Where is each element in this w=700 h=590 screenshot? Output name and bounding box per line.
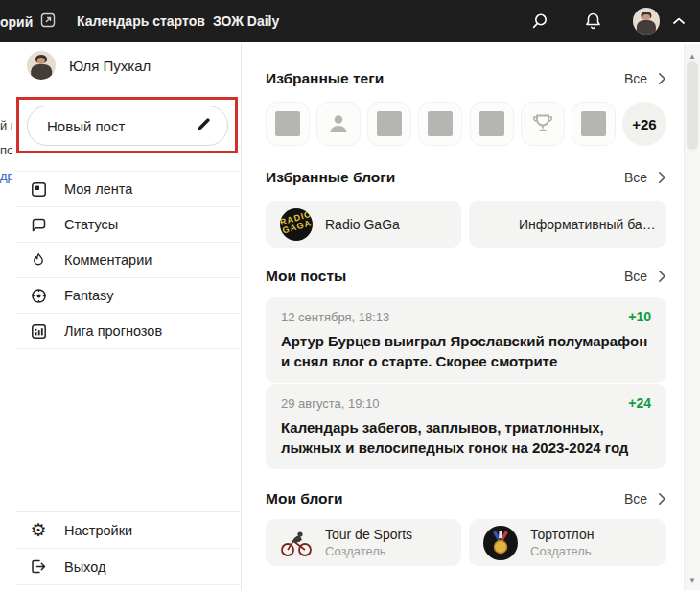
tag-tile[interactable]: [572, 102, 616, 146]
page-edge-fragment-link: др: [0, 169, 12, 183]
feed-icon: [30, 180, 47, 198]
post-card[interactable]: 12 сентября, 18:13 +10 Артур Бурцев выиг…: [266, 297, 666, 383]
trophy-icon: [530, 111, 555, 136]
page-edge-fragment: й п: [0, 118, 12, 132]
section-title: Мои посты: [266, 268, 346, 285]
blog-card-tour-de-sports[interactable]: Tour de Sports Создатель: [266, 519, 461, 566]
radio-gaga-logo: RADIOGAGA: [280, 208, 313, 241]
logout-icon: [30, 558, 47, 576]
new-post-button[interactable]: Новый пост: [27, 106, 228, 146]
sidebar-user-avatar[interactable]: [27, 51, 56, 80]
all-link-label: Все: [624, 269, 647, 284]
pencil-icon: [196, 116, 212, 135]
topbar-nav-zozh-daily[interactable]: ЗОЖ Daily: [213, 13, 279, 29]
bar-chart-icon: [30, 322, 47, 340]
blog-card-radio-gaga[interactable]: RADIOGAGA Radio GaGa: [266, 201, 461, 248]
sidebar-item-label: Лига прогнозов: [64, 323, 162, 339]
sidebar-item-label: Моя лента: [64, 181, 132, 197]
favorite-tags-row: +26: [266, 102, 666, 147]
blog-name: Tour de Sports: [325, 527, 412, 542]
tags-more-count[interactable]: +26: [622, 102, 666, 146]
tag-tile[interactable]: [470, 102, 514, 146]
sidebar-item-prediction-league[interactable]: Лига прогнозов: [16, 314, 240, 349]
sidebar-item-label: Комментарии: [64, 252, 152, 268]
topbar-nav-partial-label: орий: [0, 14, 33, 30]
sidebar-item-label: Настройки: [64, 523, 132, 538]
chevron-right-icon: [658, 171, 666, 184]
sidebar-item-label: Fantasy: [64, 288, 114, 303]
sidebar-item-label: Статусы: [64, 217, 118, 232]
bicycle-icon: [280, 529, 313, 557]
scrollbar-thumb[interactable]: [687, 61, 698, 150]
all-link-favorite-blogs[interactable]: Все: [624, 170, 666, 185]
sidebar-item-fantasy[interactable]: Fantasy: [16, 278, 240, 314]
post-score: +10: [628, 309, 651, 324]
section-header-favorite-tags: Избранные теги Все: [266, 67, 666, 90]
tag-tile[interactable]: [521, 102, 565, 146]
chevron-up-icon[interactable]: [665, 8, 692, 35]
speech-bubble-icon: [30, 216, 47, 233]
all-link-my-blogs[interactable]: Все: [624, 491, 666, 507]
search-icon[interactable]: [526, 8, 553, 35]
blog-role: Создатель: [530, 544, 594, 558]
favorite-blogs-row: RADIOGAGA Radio GaGa Информативный бадми…: [266, 201, 666, 248]
chevron-right-icon: [658, 492, 666, 506]
top-bar: орий Календарь стартов ЗОЖ Daily: [0, 0, 700, 42]
all-link-my-posts[interactable]: Все: [624, 269, 666, 284]
blog-role: Создатель: [325, 544, 412, 558]
topbar-user-avatar[interactable]: [633, 8, 660, 35]
user-name[interactable]: Юля Пухкал: [69, 58, 151, 74]
blog-name: Тортотлон: [530, 527, 594, 542]
tag-placeholder-square: [479, 111, 504, 136]
post-score: +24: [628, 395, 651, 411]
external-link-icon: [40, 12, 56, 31]
avatar: [633, 8, 660, 35]
tag-placeholder-square: [428, 111, 453, 136]
all-link-label: Все: [624, 71, 647, 86]
sidebar-item-comments[interactable]: Комментарии: [16, 243, 240, 278]
section-header-my-blogs: Мои блоги Все: [266, 487, 666, 510]
chevron-right-icon: [658, 270, 666, 283]
profile-sidebar: Юля Пухкал Новый пост Моя лента Статусы …: [12, 44, 242, 590]
sidebar-item-settings[interactable]: ⚙ Настройки: [16, 512, 240, 549]
blog-name: Radio GaGa: [325, 217, 400, 232]
post-date: 29 августа, 19:10: [281, 396, 380, 411]
medal-icon: [483, 526, 518, 560]
all-link-favorite-tags[interactable]: Все: [624, 71, 666, 86]
tag-tile[interactable]: [316, 102, 361, 146]
blog-card-badminton[interactable]: Информативный бадминт…: [469, 201, 666, 248]
ball-icon: [30, 287, 47, 304]
tag-placeholder-square: [581, 111, 606, 136]
all-link-label: Все: [624, 491, 647, 507]
gear-icon: ⚙: [30, 522, 47, 539]
my-blogs-row: Tour de Sports Создатель Тортотлон Созда…: [266, 519, 666, 566]
all-link-label: Все: [624, 170, 647, 185]
blog-card-tortotlon[interactable]: Тортотлон Создатель: [469, 519, 666, 566]
tag-tile[interactable]: [418, 102, 462, 146]
post-card[interactable]: 29 августа, 19:10 +24 Календарь забегов,…: [266, 384, 666, 469]
sidebar-item-logout[interactable]: Выход: [16, 549, 240, 585]
topbar-nav-partial[interactable]: орий: [0, 12, 56, 31]
chevron-right-icon: [658, 72, 666, 85]
bell-icon[interactable]: [579, 8, 606, 35]
tag-placeholder-square: [377, 111, 402, 136]
tag-placeholder-square: [275, 111, 300, 136]
scroll-down-arrow[interactable]: ▼: [685, 573, 700, 588]
post-title: Календарь забегов, заплывов, триатлонных…: [281, 417, 651, 458]
sidebar-bottom-menu: ⚙ Настройки Выход: [16, 511, 240, 585]
tag-tile[interactable]: [266, 102, 310, 146]
section-header-favorite-blogs: Избранные блоги Все: [266, 166, 666, 189]
blog-name: Информативный бадминт…: [519, 217, 659, 232]
page-scrollbar[interactable]: ▲ ▼: [684, 44, 700, 590]
section-title: Избранные теги: [266, 70, 384, 87]
sidebar-item-label: Выход: [64, 559, 105, 575]
tag-tile[interactable]: [367, 102, 411, 146]
topbar-nav-calendar[interactable]: Календарь стартов: [77, 13, 205, 29]
section-title: Мои блоги: [266, 490, 343, 507]
post-title: Артур Бурцев выиграл Ярославский полумар…: [281, 331, 651, 371]
section-title: Избранные блоги: [266, 169, 395, 186]
sidebar-menu: Моя лента Статусы Комментарии Fantasy Ли…: [16, 171, 240, 349]
flame-icon: [30, 251, 47, 269]
sidebar-item-my-feed[interactable]: Моя лента: [16, 172, 240, 207]
sidebar-item-statuses[interactable]: Статусы: [16, 207, 240, 243]
